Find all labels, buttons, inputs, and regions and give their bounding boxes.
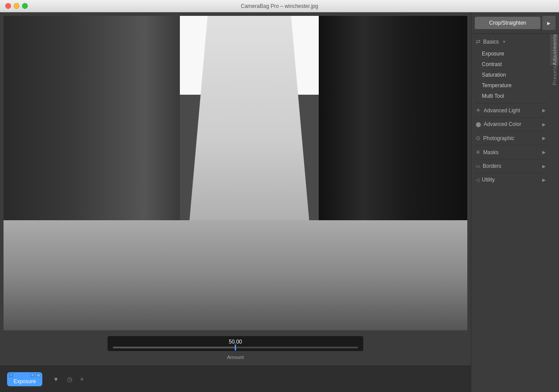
masks-label: Masks bbox=[483, 149, 499, 155]
divider-5 bbox=[475, 159, 547, 159]
masks-chevron: ▶ bbox=[542, 150, 546, 155]
menu-item-multi-tool[interactable]: Multi Tool bbox=[471, 91, 550, 101]
camera-icon: ⊙ bbox=[476, 135, 481, 141]
bottom-controls: ▼ ◷ × bbox=[51, 374, 86, 385]
utility-chevron: ▶ bbox=[542, 178, 546, 182]
adjustments-tab[interactable]: Adjustments bbox=[550, 34, 559, 66]
slider-value: 50.00 bbox=[113, 339, 358, 345]
menu-item-exposure[interactable]: Exposure bbox=[471, 48, 550, 59]
exposure-badge[interactable]: × ⚙ ⏻ Exposure bbox=[7, 372, 42, 386]
divider-2 bbox=[475, 117, 547, 118]
image-toolbar: 50.00 Amount bbox=[0, 330, 471, 366]
window-title: CameraBag Pro – winchester.jpg bbox=[241, 3, 318, 9]
saturation-label: Saturation bbox=[482, 72, 506, 78]
borders-section[interactable]: ▭ Borders ▶ bbox=[471, 160, 550, 172]
advanced-light-chevron: ▶ bbox=[542, 108, 546, 113]
badge-settings-button[interactable]: ⚙ bbox=[30, 373, 35, 377]
dropdown-icon[interactable]: ▼ bbox=[51, 374, 61, 385]
advanced-color-chevron: ▶ bbox=[542, 122, 546, 127]
panel-with-tabs: ⇄ Basics ▾ Exposure Contrast Satura bbox=[471, 34, 559, 392]
slider-fill bbox=[113, 347, 235, 348]
masks-icon: ✳ bbox=[476, 149, 481, 155]
menu-item-temperature[interactable]: Temperature bbox=[471, 80, 550, 91]
settings-icon: ⚙ bbox=[31, 374, 34, 377]
borders-icon: ▭ bbox=[476, 163, 480, 169]
slider-label: Amount bbox=[227, 355, 244, 360]
presets-tab[interactable]: Presets bbox=[550, 66, 559, 85]
divider-3 bbox=[475, 131, 547, 131]
photographic-section[interactable]: ⊙ Photographic ▶ bbox=[471, 132, 550, 144]
utility-icon: ◁ bbox=[476, 177, 479, 183]
close-button[interactable] bbox=[5, 3, 11, 9]
street-photo bbox=[4, 16, 467, 330]
advanced-color-label: Advanced Color bbox=[484, 121, 521, 127]
utility-section[interactable]: ◁ Utility ▶ bbox=[471, 174, 550, 185]
badge-power-button[interactable]: ⏻ bbox=[36, 373, 41, 377]
menu-item-saturation[interactable]: Saturation bbox=[471, 70, 550, 80]
side-tabs: Adjustments Presets bbox=[550, 34, 559, 392]
exposure-label: Exposure bbox=[482, 51, 504, 57]
contrast-label: Contrast bbox=[482, 61, 502, 67]
presets-tab-label: Presets bbox=[552, 66, 557, 85]
sun-icon: ☀ bbox=[476, 107, 481, 114]
divider-4 bbox=[475, 145, 547, 145]
photographic-label: Photographic bbox=[483, 135, 514, 141]
temperature-label: Temperature bbox=[482, 82, 511, 89]
basics-label: Basics bbox=[483, 39, 499, 45]
slider-track[interactable] bbox=[113, 347, 358, 348]
play-button[interactable]: ▶ bbox=[542, 16, 555, 30]
slider-container: 50.00 bbox=[108, 336, 363, 351]
color-icon: ⬤ bbox=[476, 122, 481, 127]
history-icon[interactable]: ◷ bbox=[65, 374, 74, 385]
badge-actions: ⚙ ⏻ bbox=[30, 373, 41, 377]
top-panel-row: Crop/Straighten ▶ bbox=[471, 12, 559, 34]
borders-chevron: ▶ bbox=[542, 164, 546, 169]
borders-label: Borders bbox=[483, 163, 501, 169]
panel-content: ⇄ Basics ▾ Exposure Contrast Satura bbox=[471, 34, 550, 392]
multi-tool-label: Multi Tool bbox=[482, 93, 504, 99]
window-controls bbox=[5, 3, 28, 9]
play-icon: ▶ bbox=[547, 21, 551, 26]
menu-item-contrast[interactable]: Contrast bbox=[471, 59, 550, 70]
image-area: 50.00 Amount × ⚙ ⏻ bbox=[0, 12, 471, 392]
masks-section[interactable]: ✳ Masks ▶ bbox=[471, 146, 550, 158]
remove-icon[interactable]: × bbox=[78, 374, 86, 385]
basics-dropdown-arrow: ▾ bbox=[503, 39, 505, 44]
badge-close-button[interactable]: × bbox=[9, 373, 13, 377]
badge-label: Exposure bbox=[11, 378, 38, 385]
utility-label: Utility bbox=[482, 177, 495, 183]
photographic-chevron: ▶ bbox=[542, 136, 546, 141]
bottom-bar: × ⚙ ⏻ Exposure ▼ ◷ × bbox=[0, 366, 471, 392]
sliders-icon: ⇄ bbox=[476, 38, 481, 45]
titlebar: CameraBag Pro – winchester.jpg bbox=[0, 0, 559, 12]
slider-thumb[interactable] bbox=[235, 344, 236, 351]
basics-items: Exposure Contrast Saturation Temperature bbox=[471, 48, 550, 102]
advanced-light-section[interactable]: ☀ Advanced Light ▶ bbox=[471, 104, 550, 116]
panel-main: ⇄ Basics ▾ Exposure Contrast Satura bbox=[471, 34, 550, 392]
advanced-light-label: Advanced Light bbox=[484, 107, 520, 114]
close-icon: × bbox=[10, 373, 12, 377]
power-icon: ⏻ bbox=[37, 374, 40, 377]
advanced-color-section[interactable]: ⬤ Advanced Color ▶ bbox=[471, 118, 550, 130]
minimize-button[interactable] bbox=[14, 3, 19, 9]
adjustments-tab-label: Adjustments bbox=[552, 34, 557, 66]
pavement bbox=[4, 220, 467, 330]
divider-6 bbox=[475, 173, 547, 173]
app-body: 50.00 Amount × ⚙ ⏻ bbox=[0, 12, 559, 392]
basics-section-header[interactable]: ⇄ Basics ▾ bbox=[471, 36, 550, 48]
right-panel: Crop/Straighten ▶ ⇄ Basics ▾ bbox=[471, 12, 559, 392]
photo-canvas bbox=[4, 16, 467, 330]
divider-1 bbox=[475, 103, 547, 104]
crop-straighten-button[interactable]: Crop/Straighten bbox=[475, 17, 540, 29]
maximize-button[interactable] bbox=[22, 3, 28, 9]
